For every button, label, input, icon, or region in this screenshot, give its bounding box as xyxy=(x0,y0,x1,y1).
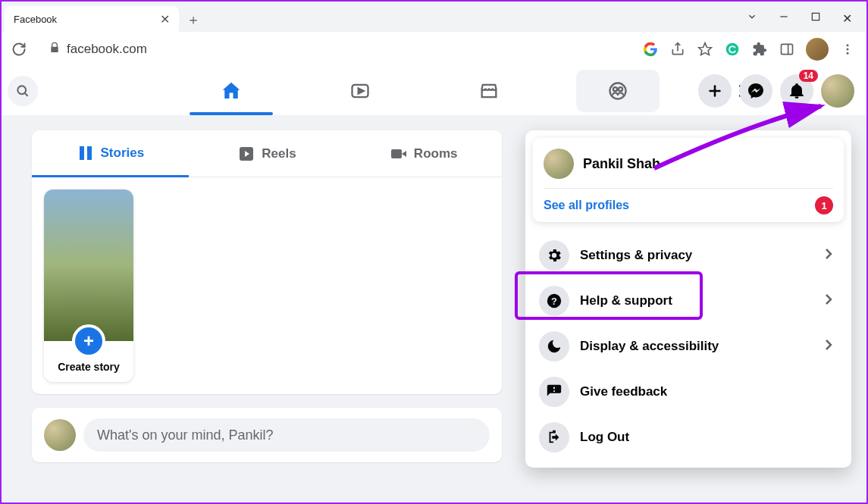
side-panel-icon[interactable] xyxy=(779,41,795,58)
tab-stories[interactable]: Stories xyxy=(32,130,189,177)
kebab-menu-icon[interactable] xyxy=(839,41,856,58)
menu-item-label: Settings & privacy xyxy=(580,248,809,263)
lock-icon xyxy=(49,42,61,58)
chevron-right-icon xyxy=(819,245,838,266)
menu-log-out[interactable]: Log Out xyxy=(533,415,844,460)
svg-point-10 xyxy=(17,86,26,94)
nav-home[interactable] xyxy=(190,70,273,112)
chrome-profile-avatar[interactable] xyxy=(806,38,829,61)
tab-title: Facebook xyxy=(14,14,57,25)
chevron-down-icon[interactable] xyxy=(747,11,757,22)
google-icon[interactable] xyxy=(642,41,659,58)
profile-avatar-button[interactable] xyxy=(821,74,854,108)
profile-menu-avatar xyxy=(544,149,574,179)
url-display[interactable]: facebook.com xyxy=(41,39,155,61)
url-text: facebook.com xyxy=(67,42,147,57)
svg-point-8 xyxy=(847,49,849,51)
search-button[interactable] xyxy=(8,76,38,106)
maximize-window-icon[interactable] xyxy=(810,11,821,22)
svg-point-4 xyxy=(726,43,739,56)
create-button[interactable] xyxy=(698,74,732,108)
tab-rooms[interactable]: Rooms xyxy=(345,130,502,177)
feedback-icon xyxy=(539,377,569,407)
new-tab-button[interactable]: ＋ xyxy=(186,11,200,29)
messenger-button[interactable] xyxy=(739,74,772,108)
menu-item-label: Give feedback xyxy=(580,384,838,399)
svg-marker-25 xyxy=(402,151,406,157)
profile-menu-dropdown: Pankil Shah See all profiles 1 Settings … xyxy=(525,130,851,468)
close-window-icon[interactable]: ✕ xyxy=(842,11,853,22)
svg-marker-13 xyxy=(359,89,364,94)
svg-rect-1 xyxy=(812,13,819,20)
svg-point-16 xyxy=(619,87,622,91)
compose-card: What's on your mind, Pankil? xyxy=(32,408,502,462)
tab-rooms-label: Rooms xyxy=(414,146,458,161)
reload-button[interactable] xyxy=(8,38,30,61)
notifications-button[interactable]: 14 xyxy=(780,74,813,108)
extensions-icon[interactable] xyxy=(751,41,768,58)
help-icon: ? xyxy=(539,286,569,316)
browser-tab[interactable]: Facebook ✕ xyxy=(5,6,179,32)
menu-item-label: Log Out xyxy=(580,430,838,445)
create-story-tile[interactable]: + Create story xyxy=(44,189,133,382)
facebook-top-nav: 14 xyxy=(2,67,866,115)
menu-help-support[interactable]: ? Help & support xyxy=(533,278,844,324)
svg-rect-5 xyxy=(782,44,793,54)
svg-line-11 xyxy=(25,93,28,96)
share-icon[interactable] xyxy=(669,41,686,58)
gear-icon xyxy=(539,240,569,271)
logout-icon xyxy=(539,422,569,452)
address-bar: facebook.com xyxy=(2,32,866,67)
svg-point-7 xyxy=(847,44,849,46)
profiles-count-badge: 1 xyxy=(815,196,833,214)
stories-card: Stories Reels Rooms + Create story xyxy=(32,130,502,394)
minimize-window-icon[interactable] xyxy=(779,11,789,22)
compose-placeholder: What's on your mind, Pankil? xyxy=(97,427,274,443)
compose-input[interactable]: What's on your mind, Pankil? xyxy=(83,418,490,452)
menu-display-accessibility[interactable]: Display & accessibility xyxy=(533,324,844,369)
tab-stories-label: Stories xyxy=(101,146,145,161)
svg-point-15 xyxy=(613,87,617,91)
grammarly-icon[interactable] xyxy=(724,41,741,58)
svg-text:?: ? xyxy=(551,296,557,307)
nav-watch[interactable] xyxy=(318,70,402,112)
notification-badge: 14 xyxy=(799,70,818,82)
see-all-profiles-label: See all profiles xyxy=(544,199,629,212)
nav-groups[interactable] xyxy=(576,70,660,112)
menu-settings-privacy[interactable]: Settings & privacy xyxy=(533,233,844,278)
close-tab-icon[interactable]: ✕ xyxy=(160,12,170,27)
chevron-right-icon xyxy=(819,336,838,357)
see-all-profiles[interactable]: See all profiles 1 xyxy=(544,196,833,214)
svg-point-14 xyxy=(610,83,626,99)
profile-row[interactable]: Pankil Shah xyxy=(544,149,833,188)
compose-avatar[interactable] xyxy=(44,419,76,451)
tab-reels-label: Reels xyxy=(262,146,296,161)
story-thumbnail: + xyxy=(44,189,133,341)
menu-give-feedback[interactable]: Give feedback xyxy=(533,369,844,415)
tab-reels[interactable]: Reels xyxy=(189,130,346,177)
svg-point-9 xyxy=(847,52,849,55)
profile-name: Pankil Shah xyxy=(583,156,660,172)
chevron-right-icon xyxy=(819,290,838,311)
menu-item-label: Help & support xyxy=(580,293,809,308)
menu-item-label: Display & accessibility xyxy=(580,339,809,354)
svg-marker-3 xyxy=(699,43,712,55)
browser-titlebar: Facebook ✕ ＋ ✕ xyxy=(2,2,866,32)
moon-icon xyxy=(539,331,569,362)
divider xyxy=(544,188,833,189)
star-icon[interactable] xyxy=(697,41,713,58)
nav-marketplace[interactable] xyxy=(447,70,531,112)
svg-rect-24 xyxy=(391,149,402,158)
plus-icon: + xyxy=(72,324,105,358)
